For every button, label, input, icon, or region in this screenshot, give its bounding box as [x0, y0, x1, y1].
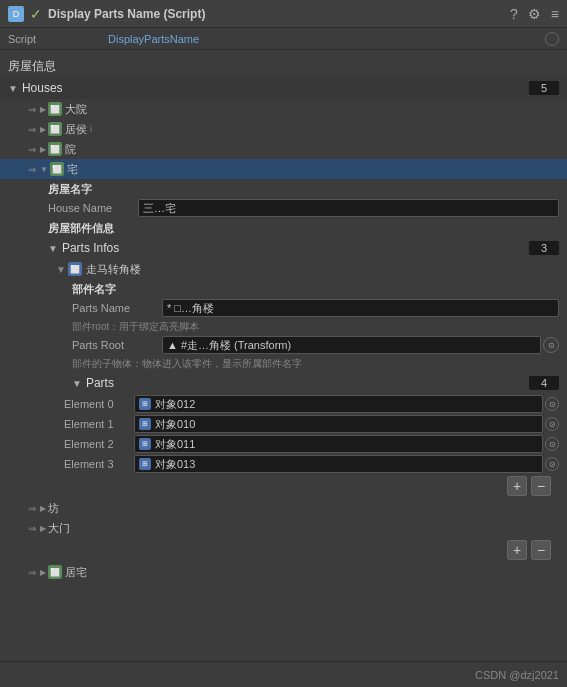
element-0-row: Element 0 ⊞ 对象012 ⊙ [0, 394, 567, 414]
parts-sub-count: 4 [529, 376, 559, 390]
watermark-text: CSDN @dzj2021 [475, 669, 559, 681]
element-2-row: Element 2 ⊞ 对象011 ⊙ [0, 434, 567, 454]
parts-name-label: Parts Name [72, 302, 162, 314]
element-3-btn[interactable]: ⊙ [545, 457, 559, 471]
parts-infos-row[interactable]: ▼ Parts Infos 3 [0, 237, 567, 259]
houses-label: Houses [22, 81, 529, 95]
arrow-damen: ⇒ [28, 523, 36, 534]
dayan-label: 大院 [65, 102, 87, 117]
menu-icon[interactable]: ≡ [551, 6, 559, 22]
houses-section-header[interactable]: ▼ Houses 5 [0, 77, 567, 99]
house-name-title: 房屋名字 [0, 179, 567, 198]
script-row: Script DisplayPartsName [0, 28, 567, 50]
element-0-icon: ⊞ [139, 398, 151, 410]
zm-arrow-down: ▼ [56, 264, 66, 275]
settings-icon[interactable]: ⚙ [528, 6, 541, 22]
parts-root-value-container: ▲ #走…角楼 (Transform) ⊙ [162, 336, 559, 354]
house-name-row: House Name 三…宅 [0, 198, 567, 218]
inspector-content: 房屋信息 ▼ Houses 5 ⇒ ▶ ⬜ 大院 ⇒ ▶ ⬜ 居侯 i ⇒ ▶ … [0, 50, 567, 661]
parts-root-row: Parts Root ▲ #走…角楼 (Transform) ⊙ [0, 335, 567, 355]
parts-sub-label: Parts [86, 376, 529, 390]
parts-sub-triangle: ▼ [72, 378, 82, 389]
houses-remove-btn[interactable]: − [531, 540, 551, 560]
arrow-zhai: ⇒ [28, 164, 36, 175]
element-3-row: Element 3 ⊞ 对象013 ⊙ [0, 454, 567, 474]
arrow-fang: ⇒ [28, 503, 36, 514]
zm-icon: ⬜ [68, 262, 82, 276]
juzhai-label: 居宅 [65, 565, 87, 580]
parts-name-row: Parts Name * □…角楼 [0, 298, 567, 318]
zhai-label: 宅 [67, 162, 78, 177]
parts-info-title: 房屋部件信息 [0, 218, 567, 237]
element-1-row: Element 1 ⊞ 对象010 ⊙ [0, 414, 567, 434]
script-dot-btn[interactable] [545, 32, 559, 46]
top-toolbar: D ✓ Display Parts Name (Script) ? ⚙ ≡ [0, 0, 567, 28]
dayan-icon: ⬜ [48, 102, 62, 116]
part-name-title: 部件名字 [0, 279, 567, 298]
window-title: Display Parts Name (Script) [48, 7, 504, 21]
parts-root-label: Parts Root [72, 339, 162, 351]
elements-add-remove: + − [0, 474, 567, 498]
zoumazhenjiaolou-item[interactable]: ▼ ⬜ 走马转角楼 [0, 259, 567, 279]
zhai-icon: ⬜ [50, 162, 64, 176]
house-info-title: 房屋信息 [0, 54, 567, 77]
element-0-btn[interactable]: ⊙ [545, 397, 559, 411]
elements-add-btn[interactable]: + [507, 476, 527, 496]
parts-infos-label: Parts Infos [62, 241, 529, 255]
damen-label: 大门 [48, 521, 70, 536]
element-2-value[interactable]: ⊞ 对象011 [134, 435, 543, 453]
parts-children-hint: 部件的子物体：物体进入该零件，显示所属部件名字 [0, 355, 567, 372]
house-name-value[interactable]: 三…宅 [138, 199, 559, 217]
element-3-icon: ⊞ [139, 458, 151, 470]
element-2-icon: ⊞ [139, 438, 151, 450]
element-0-value[interactable]: ⊞ 对象012 [134, 395, 543, 413]
zm-label: 走马转角楼 [86, 262, 141, 277]
element-0-label: Element 0 [64, 398, 134, 410]
script-field-value[interactable]: DisplayPartsName [108, 33, 545, 45]
houses-triangle: ▼ [8, 83, 18, 94]
yuan-icon: ⬜ [48, 142, 62, 156]
script-icon: D [8, 6, 24, 22]
watermark-bar: CSDN @dzj2021 [0, 661, 567, 687]
parts-infos-count: 3 [529, 241, 559, 255]
tree-item-zhai[interactable]: ⇒ ▼ ⬜ 宅 [0, 159, 567, 179]
parts-root-value[interactable]: ▲ #走…角楼 (Transform) [162, 336, 541, 354]
element-2-label: Element 2 [64, 438, 134, 450]
tree-item-dayan[interactable]: ⇒ ▶ ⬜ 大院 [0, 99, 567, 119]
element-2-btn[interactable]: ⊙ [545, 437, 559, 451]
script-field-label: Script [8, 33, 108, 45]
check-icon[interactable]: ✓ [30, 6, 42, 22]
element-1-btn[interactable]: ⊙ [545, 417, 559, 431]
juhou-icon: ⬜ [48, 122, 62, 136]
parts-root-hint: 部件root：用于绑定高亮脚本 [0, 318, 567, 335]
element-1-value[interactable]: ⊞ 对象010 [134, 415, 543, 433]
houses-count: 5 [529, 81, 559, 95]
element-1-icon: ⊞ [139, 418, 151, 430]
tree-item-juzhai[interactable]: ⇒ ▶ ⬜ 居宅 [0, 562, 567, 582]
tree-item-juhou[interactable]: ⇒ ▶ ⬜ 居侯 i [0, 119, 567, 139]
elements-remove-btn[interactable]: − [531, 476, 551, 496]
element-3-label: Element 3 [64, 458, 134, 470]
houses-add-remove: + − [0, 538, 567, 562]
juzhai-icon: ⬜ [48, 565, 62, 579]
tree-item-yuan[interactable]: ⇒ ▶ ⬜ 院 [0, 139, 567, 159]
arrow-dayan: ⇒ [28, 104, 36, 115]
tree-item-fang[interactable]: ⇒ ▶ 坊 [0, 498, 567, 518]
houses-add-btn[interactable]: + [507, 540, 527, 560]
toolbar-icons: ? ⚙ ≡ [510, 6, 559, 22]
house-name-label: House Name [48, 202, 138, 214]
tree-item-damen[interactable]: ⇒ ▶ 大门 [0, 518, 567, 538]
parts-name-value[interactable]: * □…角楼 [162, 299, 559, 317]
arrow-juhou: ⇒ [28, 124, 36, 135]
help-icon[interactable]: ? [510, 6, 518, 22]
element-3-value[interactable]: ⊞ 对象013 [134, 455, 543, 473]
element-1-label: Element 1 [64, 418, 134, 430]
parts-root-select-btn[interactable]: ⊙ [543, 337, 559, 353]
parts-sub-row[interactable]: ▼ Parts 4 [0, 372, 567, 394]
parts-infos-triangle: ▼ [48, 243, 58, 254]
fang-label: 坊 [48, 501, 59, 516]
arrow-yuan: ⇒ [28, 144, 36, 155]
juhou-label: 居侯 [65, 122, 87, 137]
yuan-label: 院 [65, 142, 76, 157]
juhou-flag: i [90, 124, 92, 134]
